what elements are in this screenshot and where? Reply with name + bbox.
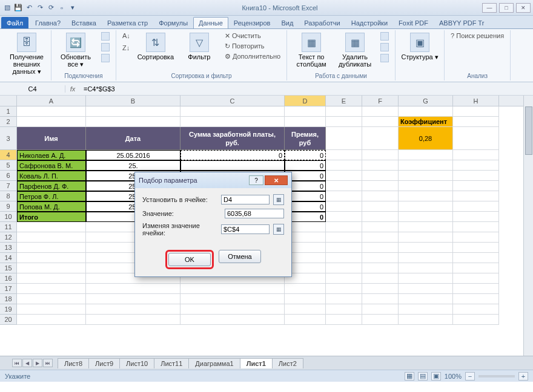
header-bonus[interactable]: Премия, руб: [285, 127, 326, 150]
cell[interactable]: [326, 150, 362, 160]
cell[interactable]: [453, 284, 499, 294]
row-header[interactable]: 14: [0, 253, 17, 263]
cell[interactable]: [326, 243, 362, 253]
reapply-button[interactable]: ↻ Повторить: [222, 42, 283, 51]
tab-view[interactable]: Вид: [276, 17, 299, 28]
cell[interactable]: [399, 150, 453, 160]
cell[interactable]: [362, 253, 399, 263]
cell[interactable]: [326, 304, 362, 315]
cell[interactable]: [362, 263, 399, 273]
undo-icon[interactable]: ↶: [24, 3, 34, 13]
cell[interactable]: [285, 315, 326, 325]
tab-review[interactable]: Рецензиров: [228, 17, 276, 28]
zoom-slider[interactable]: [478, 375, 515, 377]
cell[interactable]: [17, 222, 86, 232]
solver-button[interactable]: ? Поиск решения: [448, 31, 506, 40]
header-name[interactable]: Имя: [17, 127, 86, 150]
cell[interactable]: [453, 315, 499, 325]
cell[interactable]: [399, 315, 453, 325]
zoom-out-button[interactable]: −: [465, 372, 475, 381]
sheet-tab[interactable]: Лист2: [272, 358, 303, 368]
cell[interactable]: [326, 106, 362, 117]
cell[interactable]: [453, 273, 499, 284]
cell[interactable]: [180, 284, 285, 294]
cell-name[interactable]: Николаев А. Д.: [17, 150, 86, 160]
cell-bonus[interactable]: 0: [285, 160, 326, 171]
cell[interactable]: [399, 273, 453, 284]
cell[interactable]: [453, 160, 499, 171]
cell[interactable]: [399, 181, 453, 191]
cell[interactable]: [362, 315, 399, 325]
cell[interactable]: [326, 201, 362, 212]
refresh-all-button[interactable]: 🔄Обновить все ▾: [55, 31, 96, 70]
validation-button[interactable]: [378, 31, 391, 41]
cell[interactable]: [399, 294, 453, 304]
cell-name[interactable]: Парфенов Д. Ф.: [17, 181, 86, 191]
edit-links-button[interactable]: [99, 53, 112, 63]
cell[interactable]: [362, 232, 399, 243]
cell[interactable]: [86, 106, 180, 117]
sort-button[interactable]: ⇅Сортировка: [135, 31, 176, 62]
redo-icon[interactable]: ↷: [35, 3, 45, 13]
cell[interactable]: [326, 315, 362, 325]
cell-total-label[interactable]: Итого: [17, 212, 86, 222]
ref-picker-icon[interactable]: ▦: [273, 194, 284, 205]
sheet-tab[interactable]: Лист8: [58, 358, 89, 368]
sort-asc-button[interactable]: A↓: [120, 31, 133, 40]
row-header[interactable]: 16: [0, 273, 17, 284]
cell[interactable]: [453, 253, 499, 263]
dialog-help-button[interactable]: ?: [249, 175, 263, 185]
row-header[interactable]: 4: [0, 150, 17, 160]
row-header[interactable]: 20: [0, 315, 17, 325]
cell[interactable]: [17, 232, 86, 243]
cell[interactable]: [180, 294, 285, 304]
cell[interactable]: [86, 284, 180, 294]
maximize-button[interactable]: □: [499, 3, 514, 13]
col-header-H[interactable]: H: [453, 96, 499, 106]
cell[interactable]: [399, 201, 453, 212]
cell[interactable]: [362, 222, 399, 232]
cell[interactable]: [399, 243, 453, 253]
zoom-in-button[interactable]: +: [518, 372, 528, 381]
tab-abbyy[interactable]: ABBYY PDF Tr: [434, 17, 489, 28]
cell[interactable]: [17, 284, 86, 294]
cell[interactable]: [17, 304, 86, 315]
cell[interactable]: [399, 232, 453, 243]
tab-home[interactable]: Главна?: [30, 17, 66, 28]
ref-picker-icon[interactable]: ▦: [273, 224, 284, 235]
cell[interactable]: [17, 294, 86, 304]
cell[interactable]: [180, 117, 285, 127]
row-header[interactable]: 2: [0, 117, 17, 127]
vertical-scrollbar[interactable]: [523, 96, 533, 356]
sheet-tab[interactable]: Диаграмма1: [188, 358, 240, 368]
tab-developer[interactable]: Разработчи: [299, 17, 345, 28]
cell[interactable]: [399, 160, 453, 171]
filter-button[interactable]: ▽Фильтр: [179, 31, 220, 62]
zoom-level[interactable]: 100%: [445, 373, 462, 380]
cell-bonus[interactable]: 0: [285, 150, 326, 160]
cell[interactable]: [453, 171, 499, 181]
remove-duplicates-button[interactable]: ▦Удалить дубликаты: [334, 31, 376, 69]
row-header[interactable]: 8: [0, 191, 17, 201]
cell[interactable]: [326, 284, 362, 294]
row-header[interactable]: 5: [0, 160, 17, 171]
cell[interactable]: [326, 212, 362, 222]
cell-coef-value[interactable]: 0,28: [399, 127, 453, 150]
cell[interactable]: [362, 160, 399, 171]
tab-insert[interactable]: Вставка: [66, 17, 102, 28]
cell[interactable]: [453, 106, 499, 117]
row-header[interactable]: 12: [0, 232, 17, 243]
header-date[interactable]: Дата: [86, 127, 180, 150]
view-break-icon[interactable]: ▣: [431, 372, 441, 381]
cell[interactable]: [362, 117, 399, 127]
cell[interactable]: [399, 304, 453, 315]
cell[interactable]: [362, 106, 399, 117]
cell[interactable]: [180, 304, 285, 315]
advanced-button[interactable]: ⚙ Дополнительно: [222, 52, 283, 61]
cell[interactable]: [453, 212, 499, 222]
nav-next-icon[interactable]: ▶: [33, 359, 42, 367]
cell[interactable]: [326, 263, 362, 273]
row-header[interactable]: 9: [0, 201, 17, 212]
cell[interactable]: [285, 106, 326, 117]
fx-button[interactable]: fx: [65, 85, 80, 93]
